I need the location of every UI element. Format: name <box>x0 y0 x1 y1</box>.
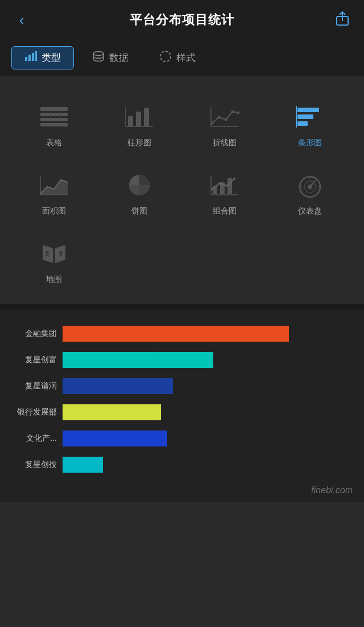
svg-rect-11 <box>40 123 68 126</box>
chart-type-area[interactable]: 面积图 <box>11 162 97 224</box>
chart-type-table-label: 表格 <box>46 138 62 148</box>
chart-preview: 金融集团 复星创富 复星谱润 银行发展部 文化产... <box>0 309 364 502</box>
line-chart-icon <box>206 101 243 132</box>
gauge-icon <box>292 170 328 200</box>
section-divider <box>0 304 364 309</box>
bar-label-2: 复星谱润 <box>0 381 57 391</box>
bar-track-4 <box>63 431 353 446</box>
svg-rect-27 <box>297 108 319 112</box>
chart-type-column-label: 柱形图 <box>127 138 151 148</box>
bar-row: 复星谱润 <box>63 378 353 394</box>
page-title: 平台分布项目统计 <box>130 11 234 28</box>
bar-label-4: 文化产... <box>0 433 57 444</box>
bar-track-5 <box>63 457 353 473</box>
chart-type-bar-label: 条形图 <box>298 138 322 148</box>
style-icon <box>159 50 172 65</box>
chart-type-bar[interactable]: 条形图 <box>267 93 353 156</box>
svg-rect-4 <box>32 53 34 61</box>
bar-chart: 金融集团 复星创富 复星谱润 银行发展部 文化产... <box>0 320 364 489</box>
bar-track-3 <box>63 404 353 420</box>
svg-rect-37 <box>228 178 232 194</box>
svg-rect-2 <box>25 57 27 61</box>
database-icon <box>92 51 105 64</box>
svg-point-7 <box>160 51 171 62</box>
svg-point-51 <box>59 251 63 255</box>
svg-point-40 <box>226 185 228 187</box>
bar-fill-4 <box>63 431 167 446</box>
svg-point-22 <box>218 116 221 119</box>
bar-row: 文化产... <box>63 431 353 446</box>
tab-type[interactable]: 类型 <box>11 46 74 69</box>
svg-rect-14 <box>128 116 133 126</box>
chart-type-pie-label: 饼图 <box>131 206 147 216</box>
pie-chart-icon <box>121 170 158 200</box>
bar-fill-5 <box>63 457 103 473</box>
bar-fill-2 <box>63 378 173 394</box>
bar-fill-1 <box>63 352 213 368</box>
chart-type-gauge-label: 仪表盘 <box>298 206 322 216</box>
svg-point-38 <box>211 188 213 190</box>
bar-chart-icon-selected <box>292 101 328 132</box>
tab-data-label: 数据 <box>109 51 129 64</box>
bar-track-2 <box>63 378 353 394</box>
svg-point-6 <box>93 52 104 56</box>
area-chart-icon <box>36 170 72 200</box>
back-icon: ‹ <box>19 11 24 29</box>
bar-row: 复星创富 <box>63 352 353 368</box>
chart-type-pie[interactable]: 饼图 <box>97 162 182 224</box>
chart-type-map[interactable]: 地图 <box>11 230 97 293</box>
back-button[interactable]: ‹ <box>11 10 32 30</box>
share-button[interactable] <box>332 10 353 30</box>
svg-rect-16 <box>144 108 149 126</box>
svg-rect-29 <box>297 121 308 126</box>
svg-rect-28 <box>297 114 313 119</box>
chart-type-grid: 表格 柱形图 <box>0 76 364 304</box>
bar-fill-3 <box>63 404 161 420</box>
chart-type-combo[interactable]: 组合图 <box>182 162 267 224</box>
bar-row: 复星创投 <box>63 457 353 473</box>
bar-label-5: 复星创投 <box>0 460 57 470</box>
share-icon <box>334 11 350 29</box>
tab-bar: 类型 数据 样式 <box>0 40 364 76</box>
chart-type-column[interactable]: 柱形图 <box>97 93 182 156</box>
chart-type-line-label: 折线图 <box>213 138 237 148</box>
chart-type-table[interactable]: 表格 <box>11 93 97 156</box>
tab-data[interactable]: 数据 <box>80 47 141 69</box>
svg-rect-9 <box>40 113 68 116</box>
svg-point-23 <box>225 118 228 121</box>
tab-style-label: 样式 <box>176 51 196 64</box>
bar-row: 金融集团 <box>63 326 353 342</box>
svg-rect-10 <box>40 118 68 121</box>
header: ‹ 平台分布项目统计 <box>0 0 364 40</box>
bar-chart-icon <box>24 51 37 64</box>
svg-point-25 <box>237 112 240 114</box>
svg-point-50 <box>46 251 49 255</box>
map-icon <box>36 238 72 269</box>
combo-chart-icon <box>206 170 243 200</box>
svg-point-21 <box>211 122 214 125</box>
svg-rect-15 <box>136 112 141 126</box>
table-icon <box>36 101 72 132</box>
chart-type-gauge[interactable]: 仪表盘 <box>267 162 353 224</box>
column-chart-icon <box>121 101 158 132</box>
bar-row: 银行发展部 <box>63 404 353 420</box>
tab-style[interactable]: 样式 <box>147 46 208 70</box>
chart-type-combo-label: 组合图 <box>213 206 237 216</box>
chart-type-line[interactable]: 折线图 <box>182 93 267 156</box>
bar-label-1: 复星创富 <box>0 355 57 365</box>
svg-point-39 <box>218 182 221 185</box>
bar-fill-0 <box>63 326 289 342</box>
chart-type-map-label: 地图 <box>46 274 62 285</box>
bar-label-0: 金融集团 <box>0 329 57 339</box>
chart-type-area-label: 面积图 <box>42 206 66 216</box>
svg-rect-3 <box>28 55 31 61</box>
svg-rect-8 <box>40 107 68 111</box>
svg-point-24 <box>231 110 234 113</box>
svg-rect-5 <box>35 51 37 61</box>
chart-grid: 表格 柱形图 <box>11 93 353 293</box>
svg-point-41 <box>233 178 235 180</box>
watermark: finebi.com <box>311 485 353 495</box>
bar-track-0 <box>63 326 353 342</box>
bar-track-1 <box>63 352 353 368</box>
bar-label-3: 银行发展部 <box>0 407 57 417</box>
